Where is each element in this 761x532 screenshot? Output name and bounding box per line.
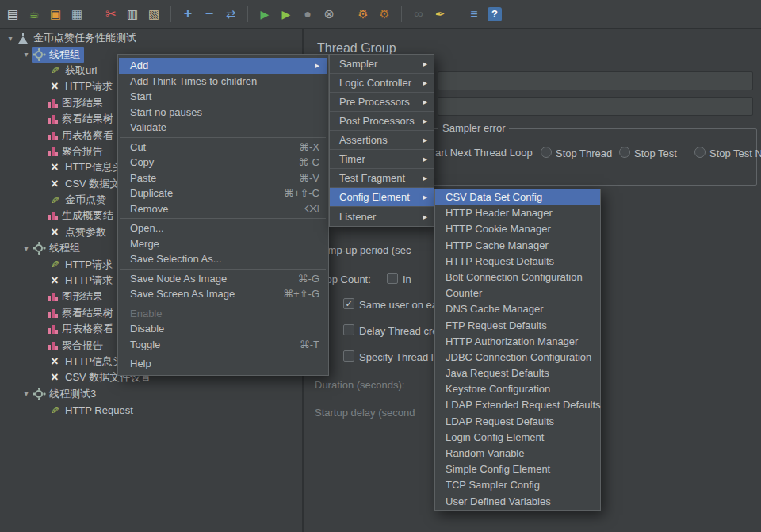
search-reset-button[interactable]: ✒: [432, 6, 448, 22]
context-menu-item-add-think-times[interactable]: Add Think Times to children: [119, 74, 327, 90]
radio-stop-thread[interactable]: [541, 147, 552, 158]
context-menu-item-open[interactable]: Open...: [119, 220, 327, 236]
tree-item-label: 线程组: [49, 48, 80, 62]
add-submenu-item-logic-controller[interactable]: Logic Controller ▸: [330, 74, 434, 93]
expander-icon[interactable]: ▾: [21, 244, 32, 253]
expander-icon[interactable]: ▾: [21, 389, 32, 398]
stop-button[interactable]: ●: [300, 6, 315, 22]
context-menu-item-merge[interactable]: Merge: [119, 236, 327, 252]
config-submenu-item-http-cache-manager[interactable]: HTTP Cache Manager: [435, 238, 600, 254]
paste-button[interactable]: ▧: [146, 6, 162, 22]
new-file-button[interactable]: ▤: [5, 6, 21, 22]
submenu-arrow-icon: ▸: [315, 58, 319, 74]
context-menu-item-cut[interactable]: Cut ⌘-X: [119, 140, 327, 155]
open-file-button[interactable]: ▣: [48, 6, 63, 22]
config-submenu-item-jdbc-connection-configuration[interactable]: JDBC Connection Configuration: [435, 350, 600, 366]
add-submenu-item-timer[interactable]: Timer ▸: [330, 150, 434, 169]
tree-item-test-plan[interactable]: ▾ 金币点赞任务性能测试: [0, 30, 302, 46]
config-submenu-item-http-cookie-manager[interactable]: HTTP Cookie Manager: [435, 221, 600, 237]
copy-button[interactable]: ▥: [124, 6, 140, 22]
config-submenu-item-dns-cache-manager[interactable]: DNS Cache Manager: [435, 301, 600, 317]
tree-item-label: HTTP信息头: [65, 160, 123, 174]
add-submenu-item-sampler[interactable]: Sampler ▸: [330, 55, 434, 74]
context-menu-item-help[interactable]: Help: [119, 356, 327, 372]
config-submenu-item-login-config-element[interactable]: Login Config Element: [435, 430, 600, 446]
config-submenu-item-ldap-request-defaults[interactable]: LDAP Request Defaults: [435, 414, 600, 430]
search-button[interactable]: ∞: [411, 6, 426, 22]
config-submenu-item-simple-config-element[interactable]: Simple Config Element: [435, 461, 600, 477]
save-button[interactable]: ▦: [69, 6, 85, 22]
duration-label: Duration (seconds):: [315, 379, 404, 391]
config-submenu-item-random-variable[interactable]: Random Variable: [435, 446, 600, 461]
config-submenu-item-http-header-manager[interactable]: HTTP Header Manager: [435, 205, 600, 221]
config-submenu-item-java-request-defaults[interactable]: Java Request Defaults: [435, 366, 600, 381]
shutdown-button[interactable]: ⊗: [321, 6, 337, 22]
context-menu-item-start-no-pauses[interactable]: Start no pauses: [119, 105, 327, 121]
config-submenu-item-http-authorization-manager[interactable]: HTTP Authorization Manager: [435, 334, 600, 350]
config-submenu-item-counter[interactable]: Counter: [435, 285, 600, 301]
sampler-icon: [48, 404, 61, 416]
shortcut-label: ⌫: [305, 201, 319, 217]
tree-item-thread-group[interactable]: ▾ 线程测试3: [0, 386, 302, 402]
config-element-icon: [48, 226, 61, 239]
add-submenu-item-listener[interactable]: Listener ▸: [330, 207, 434, 226]
context-menu-item-toggle[interactable]: Toggle ⌘-T: [119, 337, 327, 353]
config-submenu-item-tcp-sampler-config[interactable]: TCP Sampler Config: [435, 477, 600, 493]
templates-button[interactable]: ☕: [26, 6, 42, 22]
config-submenu-item-keystore-configuration[interactable]: Keystore Configuration: [435, 381, 600, 397]
add-submenu-item-assertions[interactable]: Assertions ▸: [330, 131, 434, 150]
context-menu-item-remove[interactable]: Remove ⌫: [119, 201, 327, 217]
start-no-pauses-button[interactable]: ▶: [278, 6, 294, 22]
context-menu-item-save-screen-as-image[interactable]: Save Screen As Image ⌘+⇧-G: [119, 286, 327, 302]
thread-group-icon: [33, 242, 45, 255]
tree-item-sampler[interactable]: HTTP Request: [0, 402, 302, 418]
tree-item-label: 用表格察看: [62, 128, 113, 143]
toggle-edit-button[interactable]: ⇄: [223, 6, 239, 22]
context-menu-item-paste[interactable]: Paste ⌘-V: [119, 170, 327, 186]
function-helper-button[interactable]: ≡: [466, 6, 482, 22]
context-menu-item-save-node-as-image[interactable]: Save Node As Image ⌘-G: [119, 271, 327, 287]
help-button[interactable]: ?: [488, 7, 502, 21]
radio-label-stop-test[interactable]: Stop Test: [634, 147, 677, 159]
delay-thread-checkbox[interactable]: [343, 324, 354, 335]
radio-stop-test[interactable]: [619, 147, 630, 158]
specify-lifetime-checkbox[interactable]: [343, 350, 354, 362]
add-button[interactable]: +: [180, 6, 196, 22]
add-submenu-item-pre-processors[interactable]: Pre Processors ▸: [330, 93, 434, 112]
radio-stop-test-now[interactable]: [694, 147, 706, 158]
shortcut-label: ⌘+⇧-C: [284, 186, 319, 201]
comments-field[interactable]: [438, 97, 753, 116]
expander-icon[interactable]: ▾: [5, 34, 16, 43]
name-field[interactable]: [438, 71, 753, 90]
menu-separator: [120, 354, 326, 354]
add-submenu-item-post-processors[interactable]: Post Processors ▸: [330, 112, 434, 131]
context-menu-item-save-selection-as[interactable]: Save Selection As...: [119, 251, 327, 267]
start-button[interactable]: ▶: [257, 6, 273, 22]
expander-icon[interactable]: ▾: [21, 50, 32, 59]
context-menu-item-validate[interactable]: Validate: [119, 120, 327, 136]
shortcut-label: ⌘-X: [299, 140, 319, 155]
clear-button[interactable]: ⚙: [355, 6, 371, 22]
remove-button[interactable]: −: [201, 6, 217, 22]
infinite-label: In: [403, 274, 411, 285]
context-menu-item-start[interactable]: Start: [119, 89, 327, 105]
cut-button[interactable]: ✂: [103, 6, 119, 22]
config-submenu-item-user-defined-variables[interactable]: User Defined Variables: [435, 494, 600, 510]
context-menu-item-disable[interactable]: Disable: [119, 321, 327, 337]
add-submenu-item-test-fragment[interactable]: Test Fragment ▸: [330, 169, 434, 188]
add-submenu-item-config-element[interactable]: Config Element ▸: [330, 188, 434, 207]
config-submenu-item-http-request-defaults[interactable]: HTTP Request Defaults: [435, 254, 600, 270]
config-submenu-item-csv-data-set-config[interactable]: CSV Data Set Config: [435, 189, 600, 205]
radio-label-continue[interactable]: art Next Thread Loop: [435, 147, 533, 159]
infinite-checkbox[interactable]: [387, 273, 398, 284]
context-menu-item-copy[interactable]: Copy ⌘-C: [119, 155, 327, 170]
radio-label-stop-thread[interactable]: Stop Thread: [556, 147, 612, 159]
same-user-checkbox[interactable]: ✓: [343, 298, 354, 309]
context-menu-item-duplicate[interactable]: Duplicate ⌘+⇧-C: [119, 186, 327, 201]
context-menu-item-add[interactable]: Add ▸: [119, 58, 327, 74]
config-submenu-item-ftp-request-defaults[interactable]: FTP Request Defaults: [435, 318, 600, 334]
radio-label-stop-test-now[interactable]: Stop Test N: [709, 147, 761, 159]
clear-all-button[interactable]: ⚙: [377, 6, 392, 22]
config-submenu-item-bolt-connection-configuration[interactable]: Bolt Connection Configuration: [435, 270, 600, 285]
config-submenu-item-ldap-extended-request-defaults[interactable]: LDAP Extended Request Defaults: [435, 397, 600, 413]
